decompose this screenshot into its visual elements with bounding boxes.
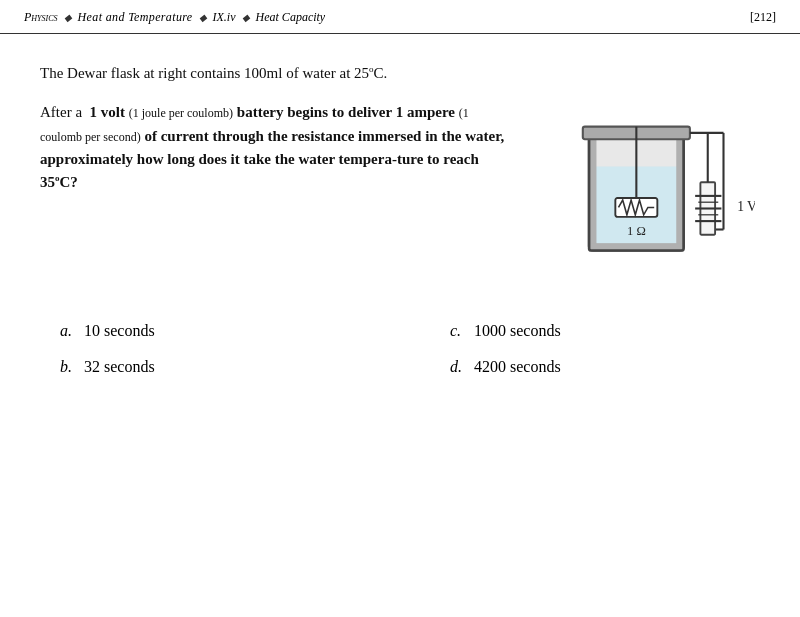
answer-a-text: 10 seconds [84,322,155,340]
answer-c-letter: c. [450,322,466,340]
subject-label: Physics [24,10,58,25]
answer-b-letter: b. [60,358,76,376]
intro-paragraph: The Dewar flask at right contains 100ml … [40,62,510,85]
answer-c-text: 1000 seconds [474,322,561,340]
answer-d-text: 4200 seconds [474,358,561,376]
answer-d: d. 4200 seconds [450,358,760,376]
answer-c: c. 1000 seconds [450,322,760,340]
bullet-1: ◆ [64,12,72,23]
answer-a-letter: a. [60,322,76,340]
bullet-3: ◆ [242,12,250,23]
answer-b: b. 32 seconds [60,358,370,376]
diagram: 1 Ω 1 V [540,72,760,282]
resistance-label: 1 Ω [627,224,646,238]
topic-label: Heat Capacity [256,10,326,25]
text-block: The Dewar flask at right contains 100ml … [40,62,510,210]
answer-d-letter: d. [450,358,466,376]
section-label: Heat and Temperature [78,10,193,25]
circuit-diagram: 1 Ω 1 V [545,72,755,282]
question-paragraph: After a 1 volt (1 joule per coulomb) bat… [40,101,510,194]
voltage-label: 1 V [737,199,755,214]
answer-b-text: 32 seconds [84,358,155,376]
page-number: [212] [750,10,776,25]
subsection-label: IX.iv [213,10,236,25]
header-left: Physics ◆ Heat and Temperature ◆ IX.iv ◆… [24,10,325,25]
bullet-2: ◆ [199,12,207,23]
answers-section: a. 10 seconds c. 1000 seconds b. 32 seco… [0,302,800,396]
answer-a: a. 10 seconds [60,322,370,340]
page: Physics ◆ Heat and Temperature ◆ IX.iv ◆… [0,0,800,617]
content-area: The Dewar flask at right contains 100ml … [0,34,800,302]
header: Physics ◆ Heat and Temperature ◆ IX.iv ◆… [0,0,800,34]
